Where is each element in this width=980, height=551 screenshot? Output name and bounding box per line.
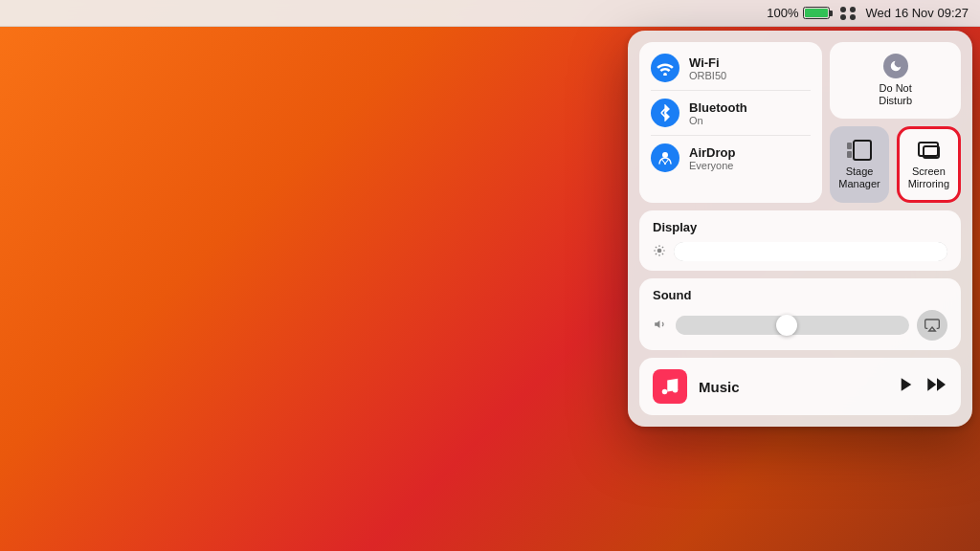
wifi-label: Wi-Fi <box>689 55 726 70</box>
wifi-svg <box>657 60 674 76</box>
svg-marker-29 <box>937 378 946 391</box>
svg-rect-9 <box>854 141 871 160</box>
svg-point-4 <box>663 73 667 76</box>
bluetooth-svg <box>658 104 672 121</box>
fast-forward-button[interactable] <box>926 376 947 398</box>
speaker-svg <box>653 318 668 331</box>
battery-percentage: 100% <box>767 6 798 20</box>
svg-point-25 <box>662 389 668 395</box>
menubar-right: 100% Wed 16 Nov 09:27 <box>767 6 969 21</box>
svg-line-22 <box>656 253 657 254</box>
play-button[interactable] <box>898 376 915 398</box>
brightness-icon <box>653 244 666 260</box>
dnd-label: Do NotDisturb <box>879 82 912 107</box>
right-bottom-tiles: Stage Manager Screen Mirroring <box>830 126 961 203</box>
svg-rect-10 <box>847 143 852 149</box>
brightness-fill <box>674 242 947 261</box>
svg-marker-23 <box>655 320 659 328</box>
svg-point-0 <box>840 7 846 12</box>
dnd-icon <box>883 54 908 78</box>
volume-track[interactable] <box>676 316 909 335</box>
display-section: Display <box>639 210 961 271</box>
control-center-icon <box>839 6 857 21</box>
svg-line-21 <box>662 247 663 248</box>
svg-point-3 <box>850 14 856 20</box>
airdrop-label: AirDrop <box>689 145 735 160</box>
wifi-sub: ORBI50 <box>689 70 726 81</box>
airdrop-svg <box>657 149 674 166</box>
svg-point-26 <box>673 387 679 393</box>
battery-display: 100% <box>767 6 829 20</box>
control-center-button[interactable] <box>839 6 857 21</box>
stage-manager-label: Stage Manager <box>835 165 882 190</box>
airdrop-text: AirDrop Everyone <box>689 145 735 171</box>
fast-forward-svg <box>926 376 947 393</box>
svg-line-20 <box>662 253 663 254</box>
wifi-text: Wi-Fi ORBI50 <box>689 55 726 81</box>
top-section: Wi-Fi ORBI50 Bluetooth On <box>639 42 961 203</box>
svg-rect-11 <box>847 151 852 158</box>
music-app-icon <box>653 369 687 404</box>
brightness-slider-row <box>653 242 947 261</box>
sound-label: Sound <box>653 288 947 302</box>
svg-marker-27 <box>902 378 912 391</box>
stage-manager-tile[interactable]: Stage Manager <box>830 126 888 203</box>
svg-line-19 <box>656 247 657 248</box>
volume-fill <box>676 316 781 335</box>
network-tile: Wi-Fi ORBI50 Bluetooth On <box>639 42 822 203</box>
svg-point-7 <box>662 152 668 158</box>
svg-rect-12 <box>919 143 938 156</box>
wifi-icon-bg <box>651 54 679 82</box>
moon-svg <box>889 59 902 73</box>
battery-fill <box>805 9 828 17</box>
volume-slider-row <box>653 310 947 341</box>
screen-mirroring-tile[interactable]: Screen Mirroring <box>897 126 961 203</box>
sound-section: Sound <box>639 278 961 350</box>
bluetooth-sub: On <box>689 115 747 126</box>
control-center-panel: Wi-Fi ORBI50 Bluetooth On <box>628 31 972 427</box>
battery-icon <box>803 7 830 19</box>
screen-mirror-svg <box>915 139 942 162</box>
sun-svg <box>653 244 666 257</box>
svg-line-6 <box>661 113 665 117</box>
airplay-svg <box>924 318 940 333</box>
battery-body <box>803 7 830 19</box>
datetime-display: Wed 16 Nov 09:27 <box>866 6 969 20</box>
screen-mirroring-label: Screen Mirroring <box>905 165 952 190</box>
play-svg <box>898 376 915 393</box>
stage-manager-icon <box>846 139 873 162</box>
svg-marker-28 <box>927 378 936 391</box>
airdrop-icon-bg <box>651 143 679 172</box>
right-tiles: Do NotDisturb Stage Manager <box>830 42 961 203</box>
svg-point-14 <box>657 249 662 253</box>
speaker-icon <box>653 318 668 334</box>
airdrop-sub: Everyone <box>689 160 735 171</box>
wifi-item[interactable]: Wi-Fi ORBI50 <box>639 46 822 90</box>
svg-point-2 <box>840 14 846 20</box>
bluetooth-label: Bluetooth <box>689 100 747 115</box>
brightness-track[interactable] <box>674 242 947 261</box>
music-note-svg <box>659 376 680 397</box>
music-controls <box>898 376 947 398</box>
screen-mirroring-icon <box>915 139 942 162</box>
bluetooth-icon-bg <box>651 99 679 127</box>
stage-manager-svg <box>846 139 873 162</box>
svg-point-1 <box>850 7 856 12</box>
bluetooth-item[interactable]: Bluetooth On <box>639 91 822 135</box>
music-app-label: Music <box>699 379 886 395</box>
music-section: Music <box>639 358 961 415</box>
airdrop-item[interactable]: AirDrop Everyone <box>639 136 822 180</box>
bluetooth-text: Bluetooth On <box>689 100 747 126</box>
menubar: 100% Wed 16 Nov 09:27 <box>0 0 980 27</box>
display-label: Display <box>653 220 947 234</box>
svg-marker-24 <box>929 327 936 331</box>
airplay-button[interactable] <box>917 310 947 341</box>
svg-line-5 <box>661 109 665 113</box>
do-not-disturb-tile[interactable]: Do NotDisturb <box>830 42 961 119</box>
volume-thumb <box>776 315 797 336</box>
